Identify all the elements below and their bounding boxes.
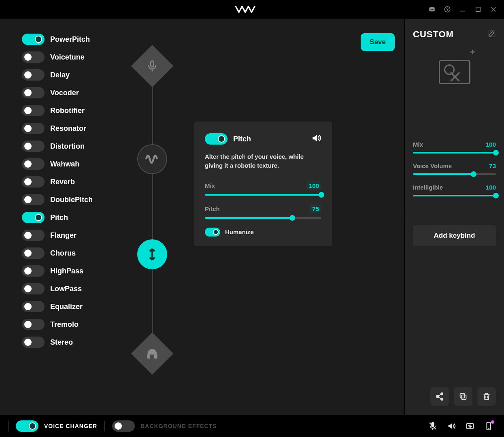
slider-track[interactable] xyxy=(413,195,496,196)
slider-mix: Mix100 xyxy=(205,181,321,196)
effect-toggle-wahwah[interactable] xyxy=(22,158,45,170)
slider-intelligible: Intelligible100 xyxy=(413,184,496,196)
svg-point-2 xyxy=(432,9,433,10)
divider xyxy=(405,217,504,217)
voice-changer-toggle[interactable] xyxy=(16,420,38,432)
effect-toggle-robotifier[interactable] xyxy=(22,105,45,116)
effect-label[interactable]: HighPass xyxy=(50,267,83,275)
effect-toggle-tremolo[interactable] xyxy=(22,319,45,330)
svg-point-13 xyxy=(436,395,439,398)
chain-line xyxy=(152,67,153,359)
effect-toggle-resonator[interactable] xyxy=(22,123,45,134)
effect-label[interactable]: Wahwah xyxy=(50,160,79,168)
soundboard-icon[interactable] xyxy=(465,421,475,431)
pitch-arrows-icon xyxy=(137,239,167,269)
preset-panel: CUSTOM + Mix100Voice Volume73Intelligibl… xyxy=(405,19,504,415)
chain-node-powerpitch[interactable] xyxy=(137,144,167,174)
effect-label[interactable]: Robotifier xyxy=(50,107,85,115)
effect-label[interactable]: Voicetune xyxy=(50,53,85,62)
effect-label[interactable]: LowPass xyxy=(50,285,82,293)
svg-rect-9 xyxy=(148,355,150,358)
edit-preset-icon[interactable] xyxy=(488,30,496,39)
humanize-toggle[interactable] xyxy=(205,228,220,237)
plus-icon: + xyxy=(470,47,475,58)
slider-track[interactable] xyxy=(205,194,321,196)
effect-label[interactable]: Delay xyxy=(50,71,70,79)
effect-label[interactable]: Pitch xyxy=(50,213,68,222)
effect-toggle-pitch[interactable] xyxy=(22,212,45,223)
add-keybind-button[interactable]: Add keybind xyxy=(413,225,496,246)
slider-value: 100 xyxy=(306,181,321,190)
effect-toggle-delay[interactable] xyxy=(22,69,45,81)
duplicate-button[interactable] xyxy=(454,387,472,406)
effect-row-stereo: Stereo xyxy=(22,336,130,348)
effect-row-robotifier: Robotifier xyxy=(22,104,130,117)
discord-icon[interactable] xyxy=(428,5,436,13)
wave-icon xyxy=(137,144,167,174)
background-effects-toggle[interactable] xyxy=(112,420,135,432)
effect-label[interactable]: Chorus xyxy=(50,249,76,258)
slider-track[interactable] xyxy=(413,152,496,153)
chain-node-input[interactable] xyxy=(137,51,167,81)
mobile-icon[interactable] xyxy=(484,421,493,431)
effect-toggle-vocoder[interactable] xyxy=(22,87,45,98)
add-preset-image[interactable] xyxy=(439,60,470,84)
slider-value: 100 xyxy=(486,184,496,191)
effect-toggle-stereo[interactable] xyxy=(22,337,45,348)
effect-label[interactable]: Flanger xyxy=(50,231,77,240)
slider-track[interactable] xyxy=(413,173,496,175)
detail-effect-title: Pitch xyxy=(233,135,251,143)
effect-toggle-distortion[interactable] xyxy=(22,141,45,152)
save-button[interactable]: Save xyxy=(361,33,395,51)
effect-toggle-doublepitch[interactable] xyxy=(22,194,45,205)
effect-toggle-reverb[interactable] xyxy=(22,176,45,188)
effect-label[interactable]: Vocoder xyxy=(50,89,79,97)
detail-effect-toggle[interactable] xyxy=(205,133,228,145)
effect-row-powerpitch: PowerPitch xyxy=(22,33,130,45)
effect-toggle-chorus[interactable] xyxy=(22,247,45,259)
slider-track[interactable] xyxy=(205,217,321,219)
effect-label[interactable]: Stereo xyxy=(50,338,73,347)
mute-mic-icon[interactable] xyxy=(428,421,438,431)
effect-row-lowpass: LowPass xyxy=(22,283,130,295)
svg-rect-18 xyxy=(460,394,465,398)
help-icon[interactable] xyxy=(443,5,451,13)
volume-icon[interactable] xyxy=(447,421,456,431)
effect-toggle-lowpass[interactable] xyxy=(22,283,45,294)
slider-label: Intelligible xyxy=(413,184,443,191)
chain-node-pitch[interactable] xyxy=(137,239,167,269)
effect-toggle-highpass[interactable] xyxy=(22,265,45,277)
mic-icon xyxy=(131,45,174,87)
effect-label[interactable]: Equalizer xyxy=(50,303,83,311)
effect-label[interactable]: PowerPitch xyxy=(50,35,90,44)
minimize-button[interactable] xyxy=(459,5,467,13)
close-button[interactable] xyxy=(489,5,498,13)
divider xyxy=(104,421,105,431)
chain-node-output[interactable] xyxy=(137,339,167,369)
effect-label[interactable]: Tremolo xyxy=(50,320,79,329)
effect-label[interactable]: Reverb xyxy=(50,178,75,186)
headphones-icon xyxy=(131,333,174,375)
app-body: PowerPitchVoicetuneDelayVocoderRobotifie… xyxy=(0,19,504,415)
effect-row-reverb: Reverb xyxy=(22,176,130,188)
effect-label[interactable]: DoublePitch xyxy=(50,196,93,204)
svg-point-4 xyxy=(447,11,447,11)
effect-toggle-flanger[interactable] xyxy=(22,230,45,241)
delete-button[interactable] xyxy=(477,387,496,406)
effect-row-delay: Delay xyxy=(22,69,130,81)
effect-label[interactable]: Distortion xyxy=(50,142,85,151)
effect-toggle-powerpitch[interactable] xyxy=(22,34,45,45)
effect-row-doublepitch: DoublePitch xyxy=(22,194,130,206)
share-button[interactable] xyxy=(430,387,449,406)
effect-label[interactable]: Resonator xyxy=(50,124,86,133)
effect-row-vocoder: Vocoder xyxy=(22,87,130,99)
effect-toggle-equalizer[interactable] xyxy=(22,301,45,312)
effect-row-flanger: Flanger xyxy=(22,229,130,241)
preview-sound-icon[interactable] xyxy=(311,133,321,145)
effect-toggle-voicetune[interactable] xyxy=(22,51,45,63)
svg-point-12 xyxy=(441,393,443,395)
slider-value: 75 xyxy=(310,205,321,213)
maximize-button[interactable] xyxy=(474,5,482,13)
slider-value: 100 xyxy=(486,141,496,148)
effect-row-distortion: Distortion xyxy=(22,140,130,152)
